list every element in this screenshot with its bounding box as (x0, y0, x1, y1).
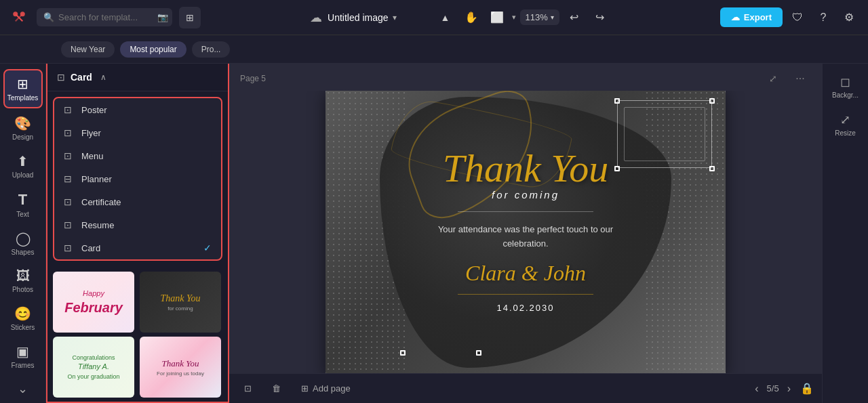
photos-icon: 🖼 (16, 268, 30, 284)
topbar: 🔍 📷 ⊞ ☁ Untitled image ▾ ▲ ✋ ⬜ ▾ 113% ▾ … (0, 0, 868, 35)
camera-icon: 📷 (157, 12, 168, 22)
search-bar[interactable]: 🔍 📷 (37, 8, 172, 26)
toolbar-actions: ▲ ✋ ⬜ ▾ 113% ▾ ↩ ↪ (435, 7, 611, 28)
card-forcoming-text: for coming (492, 189, 559, 200)
lavender-content: Thank You For joining us today (151, 353, 210, 382)
dropdown-item-certificate[interactable]: ⊡ Certificate (54, 190, 221, 213)
next-page-button[interactable]: › (785, 380, 793, 398)
sidebar-item-photos-label: Photos (12, 286, 33, 293)
hand-tool-button[interactable]: ✋ (460, 7, 482, 28)
cloud-icon: ☁ (310, 10, 322, 25)
add-page-label: Add page (313, 383, 351, 394)
template-february[interactable]: Happy February (53, 272, 134, 333)
panel-header-chevron-icon: ∧ (100, 72, 106, 82)
panel-header-icon: ⊡ (57, 72, 65, 83)
template-graduation[interactable]: CongratulationsTiffany A.On your graduat… (53, 337, 134, 398)
dropdown-item-poster-label: Poster (81, 105, 212, 115)
zoom-level: 113% (526, 12, 548, 22)
search-input[interactable] (58, 12, 153, 22)
filter-chip-popular[interactable]: Most popular (120, 41, 186, 58)
poster-icon: ⊡ (64, 104, 75, 115)
sidebar-item-shapes[interactable]: ◯ Shapes (3, 225, 43, 261)
shapes-icon: ◯ (16, 230, 31, 247)
sidebar-item-design[interactable]: 🎨 Design (3, 110, 43, 146)
thankyou-dark-text: Thank You (160, 293, 200, 304)
dropdown-item-card-label: Card (81, 243, 197, 253)
dropdown-item-planner-label: Planner (81, 174, 212, 184)
dropdown-item-menu[interactable]: ⊡ Menu (54, 144, 221, 167)
sidebar-item-stickers[interactable]: 😊 Stickers (3, 300, 43, 337)
layout-tool-button[interactable]: ⬜ (486, 7, 508, 28)
bottombar: ⊡ 🗑 ⊞ Add page ‹ 5/5 › 🔒 (229, 373, 822, 403)
sidebar-item-stickers-label: Stickers (11, 324, 35, 331)
sidebar-item-text[interactable]: T Text (3, 186, 43, 224)
background-button[interactable]: ◻ Backgr... (826, 69, 865, 104)
thankyou-dark-subtext: for coming (160, 305, 200, 312)
template-grid: Happy February Thank You for coming Cong… (47, 266, 228, 402)
thankyou-dark-content: Thank You for coming (155, 288, 205, 317)
prev-page-button[interactable]: ‹ (752, 380, 761, 398)
canvas-expand-button[interactable]: ⤢ (762, 68, 784, 89)
bottom-selection (400, 353, 481, 356)
template-lavender[interactable]: Thank You For joining us today (140, 337, 221, 398)
zoom-control[interactable]: 113% ▾ (520, 9, 559, 25)
export-button[interactable]: ☁ Export (720, 7, 783, 27)
stickers-icon: 😊 (14, 305, 31, 322)
background-label: Backgr... (832, 91, 859, 99)
add-page-button[interactable]: ⊞ Add page (294, 379, 357, 398)
dropdown-item-flyer[interactable]: ⊡ Flyer (54, 121, 221, 144)
dropdown-item-planner[interactable]: ⊟ Planner (54, 167, 221, 190)
graduation-content: CongratulationsTiffany A.On your graduat… (62, 348, 125, 387)
file-title[interactable]: Untitled image ▾ (328, 12, 397, 23)
checkmark-icon: ✓ (203, 242, 212, 253)
topbar-center: ☁ Untitled image ▾ ▲ ✋ ⬜ ▾ 113% ▾ ↩ ↪ (208, 7, 713, 28)
page-counter: 5/5 (767, 383, 779, 394)
shield-button[interactable]: 🛡 (787, 7, 808, 28)
dropdown-menu: ⊡ Poster ⊡ Flyer ⊡ Menu ⊟ Planner ⊡ Cert… (53, 97, 222, 261)
layout-chevron-icon: ▾ (512, 13, 516, 22)
frame-capture-icon: ⊡ (244, 383, 252, 394)
card-signature-text: Clara & John (465, 261, 586, 286)
sidebar-item-upload[interactable]: ⬆ Upload (3, 148, 43, 184)
sidebar-collapse-button[interactable]: ⌄ (12, 376, 33, 402)
lavender-subtext: For joining us today (157, 370, 204, 377)
template-grid-inner: Happy February Thank You for coming Cong… (53, 272, 222, 402)
filter-button[interactable]: ⊞ (179, 7, 201, 28)
redo-button[interactable]: ↪ (589, 7, 611, 28)
settings-button[interactable]: ⚙ (838, 7, 860, 28)
left-sidebar: ⊞ Templates 🎨 Design ⬆ Upload T Text ◯ S… (0, 64, 46, 403)
dropdown-item-resume[interactable]: ⊡ Resume (54, 213, 221, 236)
card-background: Thank You for coming Your attendance was… (326, 91, 726, 373)
card-divider (458, 211, 593, 212)
canvas-toolbar-right: ⤢ ··· (762, 68, 811, 89)
frame-capture-button[interactable]: ⊡ (237, 379, 258, 398)
design-icon: 🎨 (14, 115, 31, 131)
sidebar-item-frames[interactable]: ▣ Frames (3, 338, 43, 375)
card-signature-underline (458, 294, 593, 295)
delete-page-button[interactable]: 🗑 (265, 379, 288, 398)
lock-button[interactable]: 🔒 (800, 382, 814, 395)
dropdown-item-poster[interactable]: ⊡ Poster (54, 98, 221, 121)
sidebar-item-photos[interactable]: 🖼 Photos (3, 263, 43, 299)
template-thankyou-dark[interactable]: Thank You for coming (140, 272, 221, 333)
card-icon: ⊡ (64, 242, 75, 253)
right-panel: ◻ Backgr... ⤢ Resize (822, 64, 868, 403)
filter-chip-newyear[interactable]: New Year (61, 41, 115, 58)
page-label: Page 5 (240, 74, 266, 83)
resize-button[interactable]: ⤢ Resize (826, 107, 865, 142)
lavender-text: Thank You (157, 358, 204, 369)
pointer-tool-button[interactable]: ▲ (435, 7, 456, 28)
export-label: Export (744, 12, 772, 22)
undo-button[interactable]: ↩ (564, 7, 585, 28)
search-icon: 🔍 (43, 12, 54, 22)
sidebar-item-upload-label: Upload (12, 171, 34, 179)
filter-chip-pro[interactable]: Pro... (192, 41, 231, 58)
dropdown-item-card[interactable]: ⊡ Card ✓ ➜ (54, 236, 221, 259)
canvas-viewport: Thank You for coming Your attendance was… (229, 91, 822, 373)
sidebar-item-templates[interactable]: ⊞ Templates (3, 69, 43, 108)
help-button[interactable]: ? (812, 7, 834, 28)
background-icon: ◻ (840, 75, 850, 89)
canvas-more-button[interactable]: ··· (789, 68, 811, 89)
dropdown-item-menu-label: Menu (81, 151, 212, 161)
zoom-chevron-icon: ▾ (551, 14, 554, 21)
